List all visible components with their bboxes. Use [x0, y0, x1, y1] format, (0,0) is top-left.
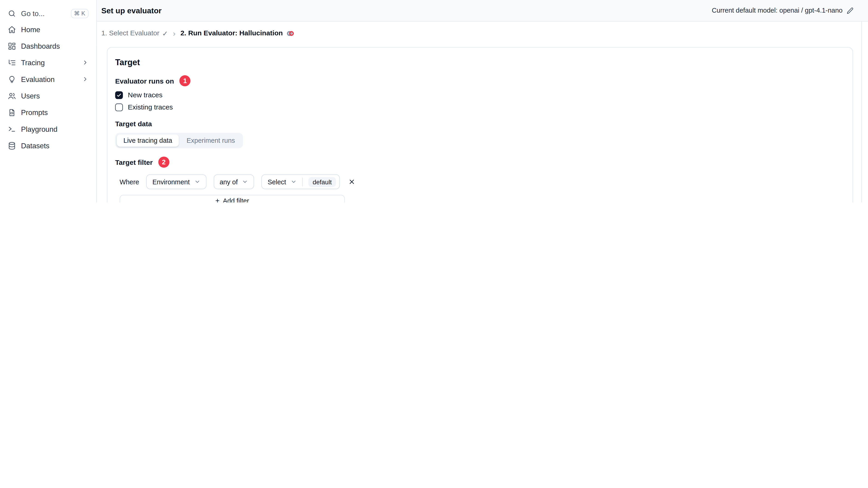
checkbox-existing-traces[interactable]: Existing traces [115, 103, 844, 111]
chevron-right-icon [82, 76, 89, 83]
filter-value-chip: default [308, 177, 336, 187]
dashboards-icon [8, 42, 16, 50]
target-filter-label: Target filter [115, 159, 153, 167]
annotation-badge-2: 2 [158, 157, 169, 168]
knot-emoji-icon [286, 29, 294, 37]
checkbox-existing-traces-label: Existing traces [128, 103, 173, 111]
breadcrumb-step-2: 2. Run Evaluator: Hallucination [181, 29, 294, 37]
default-model: Current default model: openai / gpt-4.1-… [712, 7, 854, 14]
sidebar: Go to... ⌘ K Home Dashboards Tracing Eva… [0, 0, 97, 202]
playground-icon [8, 125, 16, 133]
checkbox-unchecked-icon [115, 103, 123, 111]
breadcrumb-step-1[interactable]: 1. Select Evaluator ✓ [101, 29, 168, 37]
window-scrollbar[interactable] [861, 22, 868, 202]
add-filter-button[interactable]: + Add filter [120, 195, 345, 202]
home-icon [8, 25, 16, 34]
sidebar-item-prompts[interactable]: Prompts [4, 104, 92, 121]
datasets-icon [8, 141, 16, 150]
goto-search[interactable]: Go to... ⌘ K [4, 5, 92, 21]
target-data-label: Target data [115, 120, 152, 128]
search-icon [8, 9, 16, 18]
default-model-label: Current default model: openai / gpt-4.1-… [712, 7, 842, 14]
chevron-down-icon [242, 179, 248, 185]
sidebar-item-home[interactable]: Home [4, 21, 92, 38]
edit-pencil-icon[interactable] [846, 7, 854, 14]
topbar: Set up evaluator Current default model: … [97, 0, 868, 22]
check-icon: ✓ [162, 29, 168, 37]
tracing-icon [8, 58, 16, 67]
page-title: Set up evaluator [101, 6, 162, 15]
sidebar-item-datasets[interactable]: Datasets [4, 137, 92, 154]
plus-icon: + [215, 196, 219, 202]
checkbox-checked-icon [115, 91, 123, 99]
app-window: Go to... ⌘ K Home Dashboards Tracing Eva… [0, 0, 868, 202]
sidebar-item-playground[interactable]: Playground [4, 121, 92, 137]
filter-operator-select[interactable]: any of [214, 174, 254, 189]
tab-experiment-runs[interactable]: Experiment runs [180, 134, 242, 147]
checkbox-new-traces-label: New traces [128, 91, 162, 99]
goto-label: Go to... [21, 9, 66, 18]
target-data-tabs: Live tracing data Experiment runs [115, 133, 243, 149]
chevron-separator-icon: › [173, 29, 176, 38]
target-card: Target Evaluator runs on 1 New traces Ex… [107, 47, 853, 202]
divider [302, 177, 303, 186]
chevron-right-icon [82, 59, 89, 66]
chevron-down-icon [194, 179, 200, 185]
sidebar-item-evaluation[interactable]: Evaluation [4, 71, 92, 88]
filter-value-select[interactable]: Select default [261, 174, 340, 189]
target-heading: Target [115, 58, 844, 67]
main-area: Set up evaluator Current default model: … [97, 0, 868, 202]
filter-row: Where Environment any of Select default [120, 174, 845, 189]
prompts-icon [8, 108, 16, 117]
tab-live-tracing-data[interactable]: Live tracing data [117, 134, 179, 147]
users-icon [8, 92, 16, 100]
shortcut-badge: ⌘ K [71, 8, 89, 18]
checkbox-new-traces[interactable]: New traces [115, 91, 844, 99]
evaluator-runs-on-label: Evaluator runs on [115, 77, 174, 85]
sidebar-item-tracing[interactable]: Tracing [4, 54, 92, 71]
breadcrumb: 1. Select Evaluator ✓ › 2. Run Evaluator… [97, 22, 868, 45]
evaluation-icon [8, 75, 16, 83]
filter-column-select[interactable]: Environment [146, 174, 206, 189]
annotation-badge-1: 1 [180, 75, 191, 86]
sidebar-item-users[interactable]: Users [4, 88, 92, 104]
remove-filter-button[interactable] [347, 177, 356, 186]
sidebar-item-dashboards[interactable]: Dashboards [4, 38, 92, 54]
chevron-down-icon [290, 179, 297, 185]
where-label: Where [120, 178, 139, 186]
